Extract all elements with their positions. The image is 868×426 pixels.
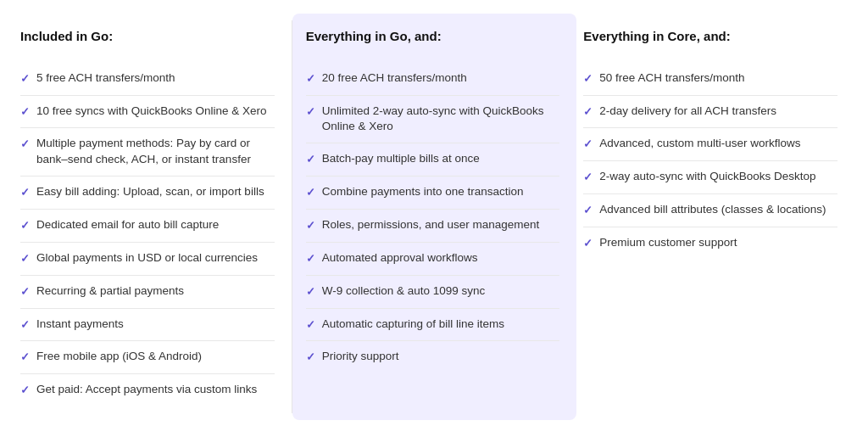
feature-text: Easy bill adding: Upload, scan, or impor…: [36, 184, 264, 200]
feature-text: Roles, permissions, and user management: [322, 217, 540, 233]
check-icon: ✓: [306, 317, 315, 334]
feature-text: 50 free ACH transfers/month: [599, 70, 744, 87]
feature-text: Automatic capturing of bill line items: [322, 317, 504, 333]
check-icon: ✓: [583, 137, 593, 153]
feature-item: ✓5 free ACH transfers/month: [20, 63, 275, 96]
check-icon: ✓: [20, 218, 30, 234]
check-icon: ✓: [306, 218, 315, 234]
check-icon: ✓: [306, 251, 315, 267]
check-icon: ✓: [583, 104, 593, 121]
plan-title-go-plus: Everything in Go, and:: [306, 27, 560, 49]
feature-text: 2-day delivery for all ACH transfers: [599, 104, 776, 120]
plan-title-core: Everything in Core, and:: [583, 27, 837, 49]
check-icon: ✓: [306, 152, 315, 168]
check-icon: ✓: [20, 71, 30, 87]
feature-list-core: ✓50 free ACH transfers/month✓2-day deliv…: [583, 63, 837, 260]
feature-text: Automated approval workflows: [322, 250, 478, 266]
feature-item: ✓Automatic capturing of bill line items: [306, 309, 560, 342]
feature-item: ✓20 free ACH transfers/month: [306, 63, 560, 96]
check-icon: ✓: [583, 203, 593, 219]
feature-item: ✓Advanced, custom multi-user workflows: [583, 128, 837, 161]
feature-text: Batch-pay multiple bills at once: [322, 151, 480, 167]
feature-text: Instant payments: [36, 317, 124, 333]
check-icon: ✓: [306, 350, 315, 366]
feature-item: ✓10 free syncs with QuickBooks Online & …: [20, 96, 275, 129]
feature-item: ✓2-way auto-sync with QuickBooks Desktop: [583, 161, 837, 194]
feature-item: ✓Batch-pay multiple bills at once: [306, 143, 560, 177]
check-icon: ✓: [306, 104, 315, 121]
feature-item: ✓Automated approval workflows: [306, 243, 560, 276]
feature-item: ✓Get paid: Accept payments via custom li…: [20, 374, 275, 406]
feature-text: Get paid: Accept payments via custom lin…: [36, 382, 257, 398]
plan-column-go-plus: Everything in Go, and:✓20 free ACH trans…: [292, 14, 577, 420]
feature-item: ✓Easy bill adding: Upload, scan, or impo…: [20, 177, 275, 210]
check-icon: ✓: [20, 185, 30, 201]
feature-text: Multiple payment methods: Pay by card or…: [36, 136, 275, 168]
feature-text: 2-way auto-sync with QuickBooks Desktop: [599, 169, 815, 185]
check-icon: ✓: [306, 71, 315, 87]
check-icon: ✓: [583, 170, 593, 186]
check-icon: ✓: [20, 104, 30, 121]
feature-item: ✓Unlimited 2-way auto-sync with QuickBoo…: [306, 96, 560, 144]
feature-item: ✓Priority support: [306, 341, 560, 373]
feature-text: Combine payments into one transaction: [322, 184, 524, 200]
feature-text: Premium customer support: [599, 235, 737, 251]
plan-title-go: Included in Go:: [20, 27, 275, 49]
check-icon: ✓: [20, 350, 30, 366]
feature-text: 10 free syncs with QuickBooks Online & X…: [36, 104, 267, 120]
feature-item: ✓W-9 collection & auto 1099 sync: [306, 276, 560, 309]
feature-text: Unlimited 2-way auto-sync with QuickBook…: [322, 104, 560, 136]
feature-item: ✓Recurring & partial payments: [20, 276, 275, 309]
feature-text: Recurring & partial payments: [36, 283, 184, 300]
feature-text: 5 free ACH transfers/month: [36, 70, 175, 87]
feature-text: W-9 collection & auto 1099 sync: [322, 283, 486, 300]
feature-text: Advanced bill attributes (classes & loca…: [599, 202, 826, 218]
check-icon: ✓: [20, 383, 30, 399]
plan-column-go: Included in Go:✓5 free ACH transfers/mon…: [14, 20, 292, 413]
feature-list-go-plus: ✓20 free ACH transfers/month✓Unlimited 2…: [306, 63, 560, 374]
feature-text: Dedicated email for auto bill capture: [36, 217, 219, 233]
feature-text: Advanced, custom multi-user workflows: [599, 136, 800, 152]
feature-item: ✓2-day delivery for all ACH transfers: [583, 96, 837, 129]
feature-text: Priority support: [322, 349, 399, 365]
feature-item: ✓Free mobile app (iOS & Android): [20, 341, 275, 374]
check-icon: ✓: [20, 317, 30, 334]
check-icon: ✓: [20, 251, 30, 267]
check-icon: ✓: [583, 236, 593, 252]
feature-text: Global payments in USD or local currenci…: [36, 250, 258, 266]
check-icon: ✓: [306, 284, 315, 300]
feature-text: 20 free ACH transfers/month: [322, 70, 467, 87]
feature-item: ✓Roles, permissions, and user management: [306, 210, 560, 243]
check-icon: ✓: [20, 137, 30, 153]
feature-item: ✓Combine payments into one transaction: [306, 177, 560, 210]
feature-item: ✓50 free ACH transfers/month: [583, 63, 837, 96]
check-icon: ✓: [306, 185, 315, 201]
feature-item: ✓Global payments in USD or local currenc…: [20, 243, 275, 276]
plan-column-core: Everything in Core, and:✓50 free ACH tra…: [576, 20, 854, 413]
feature-text: Free mobile app (iOS & Android): [36, 349, 202, 365]
check-icon: ✓: [20, 284, 30, 300]
feature-item: ✓Advanced bill attributes (classes & loc…: [583, 194, 837, 227]
feature-item: ✓Dedicated email for auto bill capture: [20, 210, 275, 243]
pricing-container: Included in Go:✓5 free ACH transfers/mon…: [0, 0, 868, 426]
check-icon: ✓: [583, 71, 593, 87]
feature-list-go: ✓5 free ACH transfers/month✓10 free sync…: [20, 63, 275, 406]
feature-item: ✓Instant payments: [20, 309, 275, 342]
feature-item: ✓Multiple payment methods: Pay by card o…: [20, 128, 275, 177]
feature-item: ✓Premium customer support: [583, 227, 837, 260]
